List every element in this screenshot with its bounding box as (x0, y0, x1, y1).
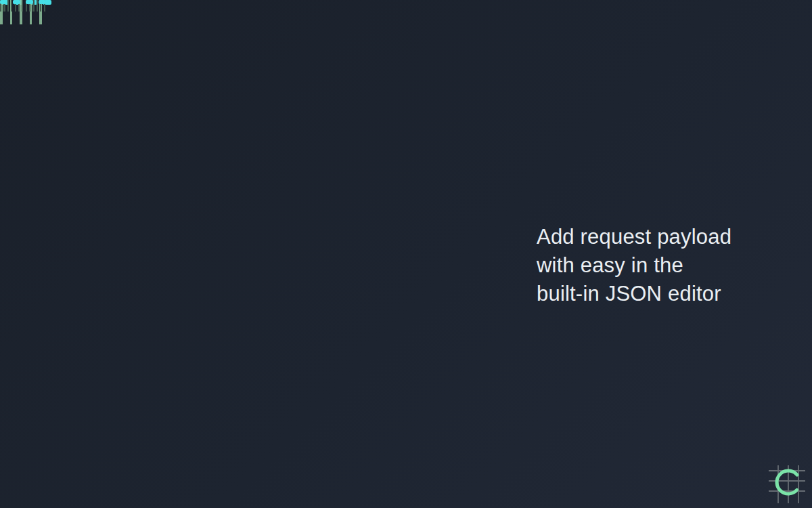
feature-headline: Add request payload with easy in the bui… (537, 223, 807, 308)
deco-dashes-right (0, 0, 46, 4)
brand-grid-logo (766, 462, 811, 507)
